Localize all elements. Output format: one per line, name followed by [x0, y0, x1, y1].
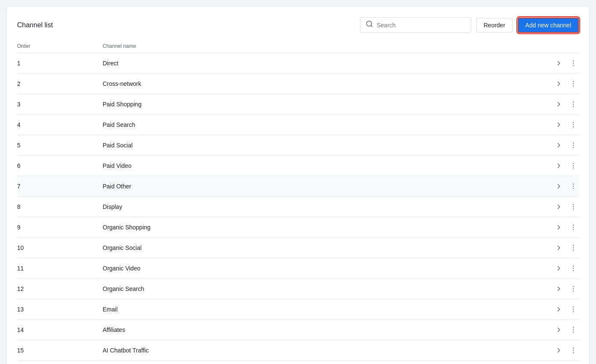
svg-point-8	[573, 101, 574, 102]
card-header: Channel list Reorder Add new channel	[17, 17, 579, 33]
table-row: 4 Paid Search	[17, 114, 579, 135]
reorder-button[interactable]: Reorder	[476, 18, 513, 32]
row-name-11: Organic Video	[103, 265, 553, 272]
row-chevron-button-13[interactable]	[553, 304, 564, 315]
row-name-10: Organic Social	[103, 244, 553, 251]
svg-point-26	[573, 224, 574, 225]
svg-point-10	[573, 106, 574, 107]
col-name-header: Channel name	[103, 43, 579, 49]
row-more-button-3[interactable]	[568, 99, 579, 110]
row-chevron-button-11[interactable]	[553, 263, 564, 274]
row-order-14: 14	[17, 321, 103, 338]
row-chevron-button-4[interactable]	[553, 119, 564, 130]
table-row: 16 Referral	[17, 361, 579, 364]
row-chevron-button-6[interactable]	[553, 160, 564, 171]
table-body: 1 Direct 2 Cross-network	[17, 53, 579, 364]
svg-point-38	[573, 306, 574, 307]
row-chevron-button-2[interactable]	[553, 78, 564, 89]
table-header: Order Channel name	[17, 40, 579, 53]
row-more-button-8[interactable]	[568, 201, 579, 212]
row-name-13: Email	[103, 306, 553, 313]
row-order-9: 9	[17, 219, 103, 236]
row-more-button-2[interactable]	[568, 78, 579, 89]
row-name-9: Organic Shopping	[103, 224, 553, 231]
row-chevron-button-7[interactable]	[553, 181, 564, 192]
table-row: 2 Cross-network	[17, 73, 579, 94]
row-actions-3	[553, 99, 579, 110]
row-more-button-9[interactable]	[568, 222, 579, 233]
row-more-button-7[interactable]	[568, 181, 579, 192]
row-chevron-button-3[interactable]	[553, 99, 564, 110]
row-more-button-15[interactable]	[568, 345, 579, 356]
row-chevron-button-14[interactable]	[553, 324, 564, 335]
svg-point-36	[573, 288, 574, 289]
row-chevron-button-9[interactable]	[553, 222, 564, 233]
svg-point-6	[573, 83, 574, 84]
row-chevron-button-12[interactable]	[553, 283, 564, 294]
card-title: Channel list	[17, 21, 53, 29]
row-actions-10	[553, 242, 579, 253]
svg-point-16	[573, 147, 574, 148]
svg-point-29	[573, 245, 574, 246]
row-more-button-10[interactable]	[568, 242, 579, 253]
row-name-8: Display	[103, 203, 553, 210]
svg-point-25	[573, 208, 574, 209]
row-more-button-5[interactable]	[568, 140, 579, 151]
svg-point-19	[573, 167, 574, 168]
svg-point-30	[573, 247, 574, 248]
row-order-5: 5	[17, 137, 103, 154]
svg-point-43	[573, 332, 574, 332]
svg-point-15	[573, 144, 574, 145]
row-name-3: Paid Shopping	[103, 101, 553, 108]
row-more-button-11[interactable]	[568, 263, 579, 274]
table-row: 8 Display	[17, 197, 579, 217]
row-name-1: Direct	[103, 60, 553, 67]
table-row: 11 Organic Video	[17, 258, 579, 279]
svg-point-12	[573, 124, 574, 125]
row-order-2: 2	[17, 75, 103, 92]
table-row: 14 Affiliates	[17, 320, 579, 340]
row-actions-15	[553, 345, 579, 356]
row-more-button-13[interactable]	[568, 304, 579, 315]
table-row: 13 Email	[17, 299, 579, 320]
row-actions-4	[553, 119, 579, 130]
row-order-11: 11	[17, 260, 103, 277]
row-more-button-12[interactable]	[568, 283, 579, 294]
svg-point-37	[573, 291, 574, 291]
row-more-button-4[interactable]	[568, 119, 579, 130]
add-new-channel-button[interactable]: Add new channel	[518, 18, 579, 33]
svg-point-28	[573, 229, 574, 230]
search-input[interactable]	[377, 22, 466, 29]
svg-point-4	[573, 65, 574, 66]
row-name-7: Paid Other	[103, 183, 553, 190]
svg-point-5	[573, 81, 574, 82]
svg-point-41	[573, 327, 574, 328]
svg-point-44	[573, 347, 574, 348]
row-chevron-button-8[interactable]	[553, 201, 564, 212]
row-chevron-button-1[interactable]	[553, 58, 564, 69]
row-name-14: Affiliates	[103, 326, 553, 333]
table-row: 3 Paid Shopping	[17, 94, 579, 114]
row-name-2: Cross-network	[103, 80, 553, 87]
row-chevron-button-10[interactable]	[553, 242, 564, 253]
svg-line-1	[371, 25, 372, 26]
row-actions-11	[553, 263, 579, 274]
svg-point-21	[573, 185, 574, 186]
svg-point-23	[573, 204, 574, 205]
col-order-header: Order	[17, 43, 103, 49]
row-name-4: Paid Search	[103, 121, 553, 128]
row-chevron-button-5[interactable]	[553, 140, 564, 151]
search-box	[360, 17, 471, 33]
row-actions-13	[553, 304, 579, 315]
row-actions-9	[553, 222, 579, 233]
row-order-1: 1	[17, 55, 103, 72]
row-chevron-button-15[interactable]	[553, 345, 564, 356]
svg-point-13	[573, 126, 574, 127]
row-more-button-1[interactable]	[568, 58, 579, 69]
row-order-13: 13	[17, 301, 103, 318]
row-more-button-14[interactable]	[568, 324, 579, 335]
row-order-3: 3	[17, 96, 103, 113]
row-more-button-6[interactable]	[568, 160, 579, 171]
svg-point-35	[573, 286, 574, 287]
channel-list-card: Channel list Reorder Add new channel Ord…	[7, 7, 589, 364]
